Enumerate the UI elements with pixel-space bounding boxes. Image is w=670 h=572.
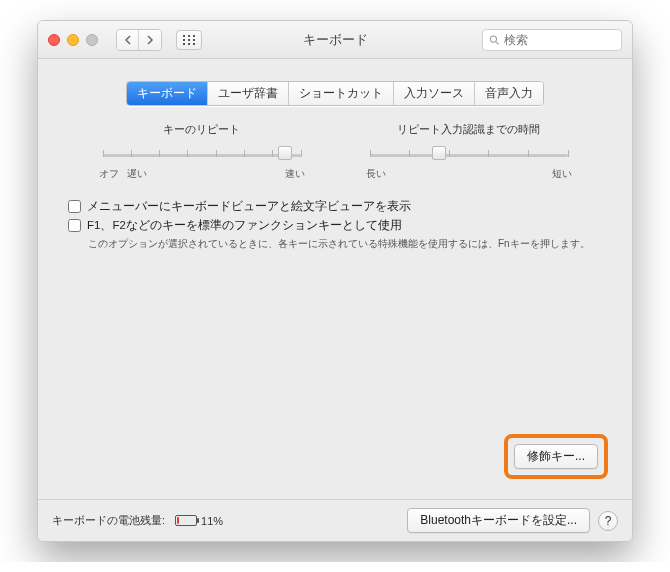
highlight-annotation: 修飾キー... — [504, 434, 608, 479]
delay-slider: リピート入力認識までの時間 長い 短い — [364, 122, 574, 181]
modifier-row: 修飾キー... — [58, 428, 612, 489]
svg-rect-1 — [188, 35, 190, 37]
fn-keys-hint: このオプションが選択されているときに、各キーに示されている特殊機能を使用するには… — [68, 237, 602, 251]
show-viewer-label: メニューバーにキーボードビューアと絵文字ビューアを表示 — [87, 199, 411, 214]
delay-label: リピート入力認識までの時間 — [364, 122, 574, 137]
svg-rect-4 — [188, 39, 190, 41]
help-button[interactable]: ? — [598, 511, 618, 531]
modifier-keys-button[interactable]: 修飾キー... — [514, 444, 598, 469]
minimize-icon[interactable] — [67, 34, 79, 46]
grid-icon — [183, 35, 195, 45]
battery-label: キーボードの電池残量: — [52, 513, 165, 528]
svg-rect-2 — [193, 35, 195, 37]
key-repeat-label: キーのリピート — [97, 122, 307, 137]
window-controls — [48, 34, 98, 46]
tab-入力ソース[interactable]: 入力ソース — [394, 82, 475, 105]
tab-ショートカット[interactable]: ショートカット — [289, 82, 394, 105]
delay-long-label: 長い — [366, 167, 386, 181]
repeat-slow-label: 遅い — [127, 167, 147, 181]
chevron-right-icon — [146, 35, 154, 45]
titlebar: キーボード — [38, 21, 632, 59]
nav-buttons — [116, 29, 162, 51]
checkbox-group: メニューバーにキーボードビューアと絵文字ビューアを表示 F1、F2などのキーを標… — [58, 191, 612, 251]
tab-ユーザ辞書[interactable]: ユーザ辞書 — [208, 82, 289, 105]
repeat-fast-label: 速い — [285, 167, 305, 181]
fn-keys-checkbox[interactable] — [68, 219, 81, 232]
key-repeat-knob[interactable] — [278, 146, 292, 160]
sliders-row: キーのリピート オフ 遅い 速い リピート入力認識までの時間 — [58, 122, 612, 191]
search-icon — [489, 34, 500, 46]
svg-rect-6 — [183, 43, 185, 45]
show-viewer-checkbox[interactable] — [68, 200, 81, 213]
battery-pct: 11% — [201, 515, 223, 527]
back-button[interactable] — [117, 30, 139, 50]
repeat-off-label: オフ — [99, 167, 119, 181]
key-repeat-track[interactable] — [103, 147, 301, 163]
svg-line-10 — [496, 41, 499, 44]
fn-keys-label: F1、F2などのキーを標準のファンクションキーとして使用 — [87, 218, 402, 233]
tab-bar: キーボードユーザ辞書ショートカット入力ソース音声入力 — [126, 81, 544, 106]
chevron-left-icon — [124, 35, 132, 45]
svg-point-9 — [490, 36, 496, 42]
svg-rect-7 — [188, 43, 190, 45]
bluetooth-setup-button[interactable]: Bluetoothキーボードを設定... — [407, 508, 590, 533]
tab-キーボード[interactable]: キーボード — [127, 82, 208, 105]
battery-indicator: 11% — [175, 515, 223, 527]
svg-rect-8 — [193, 43, 195, 45]
battery-icon — [175, 515, 197, 526]
show-all-button[interactable] — [176, 30, 202, 50]
svg-rect-0 — [183, 35, 185, 37]
content-area: キーボードユーザ辞書ショートカット入力ソース音声入力 キーのリピート オフ 遅い… — [38, 59, 632, 499]
search-input[interactable] — [504, 33, 615, 47]
zoom-icon[interactable] — [86, 34, 98, 46]
delay-short-label: 短い — [552, 167, 572, 181]
delay-knob[interactable] — [432, 146, 446, 160]
key-repeat-slider: キーのリピート オフ 遅い 速い — [97, 122, 307, 181]
tab-音声入力[interactable]: 音声入力 — [475, 82, 543, 105]
bottom-bar: キーボードの電池残量: 11% Bluetoothキーボードを設定... ? — [38, 499, 632, 541]
forward-button[interactable] — [139, 30, 161, 50]
search-field[interactable] — [482, 29, 622, 51]
close-icon[interactable] — [48, 34, 60, 46]
svg-rect-3 — [183, 39, 185, 41]
delay-track[interactable] — [370, 147, 568, 163]
svg-rect-5 — [193, 39, 195, 41]
preferences-window: キーボード キーボードユーザ辞書ショートカット入力ソース音声入力 キーのリピート… — [37, 20, 633, 542]
